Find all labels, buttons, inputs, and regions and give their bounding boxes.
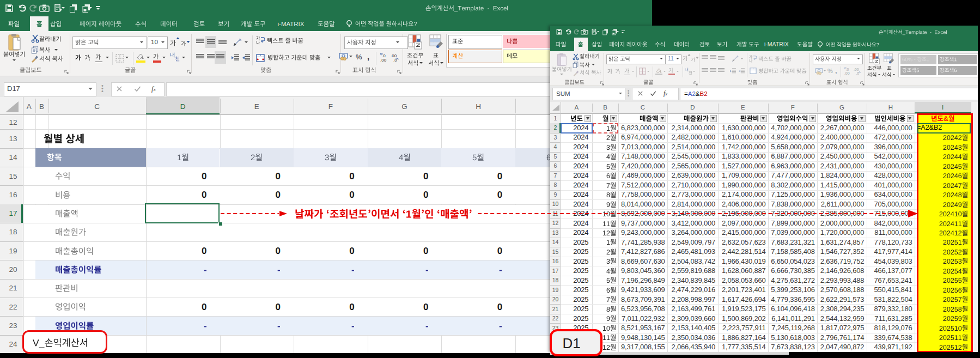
svg-text:.0: .0 <box>856 71 859 75</box>
svg-text:.00: .00 <box>380 58 387 62</box>
svg-text:.0: .0 <box>393 58 397 62</box>
svg-text:.00: .00 <box>844 71 850 75</box>
svg-text:.00: .00 <box>854 68 859 71</box>
